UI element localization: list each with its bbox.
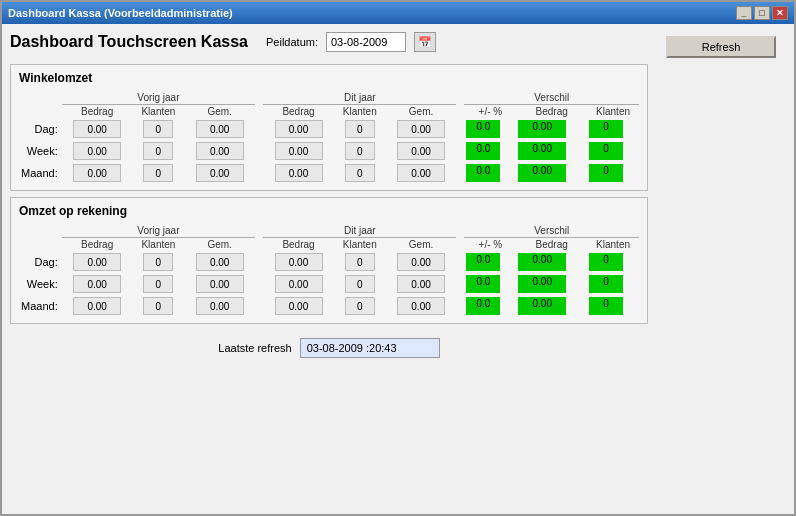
col-dit-gem: Gem.	[386, 105, 457, 119]
week-label: Week:	[19, 140, 62, 162]
or-week-dit-bedrag[interactable]	[275, 275, 323, 293]
w-maand-vorig-bedrag[interactable]	[73, 164, 121, 182]
or-week-label: Week:	[19, 273, 62, 295]
or-maand-vorig-klanten[interactable]	[143, 297, 173, 315]
w-week-pct: 0.0	[466, 142, 500, 160]
w-dag-vorig-bedrag[interactable]	[73, 120, 121, 138]
col-dit-klanten: Klanten	[334, 105, 386, 119]
omzet-rekening-section: Omzet op rekening Vorig jaar Dit jaar Ve…	[10, 197, 648, 324]
col-pct: +/- %	[464, 105, 516, 119]
w-dag-dit-bedrag[interactable]	[275, 120, 323, 138]
right-panel: Refresh	[656, 32, 786, 506]
w-week-vorig-gem[interactable]	[196, 142, 244, 160]
or-dag-verschil-bedrag: 0.00	[518, 253, 566, 271]
dag-label: Dag:	[19, 118, 62, 140]
or-maand-dit-bedrag[interactable]	[275, 297, 323, 315]
or-dag-vorig-bedrag[interactable]	[73, 253, 121, 271]
w-dag-verschil-bedrag: 0.00	[518, 120, 566, 138]
peildatum-label: Peildatum:	[266, 36, 318, 48]
or-maand-verschil-bedrag: 0.00	[518, 297, 566, 315]
calendar-icon: 📅	[418, 36, 432, 49]
main-panel: Dashboard Touchscreen Kassa Peildatum: 📅…	[10, 32, 648, 506]
winkelomzet-maand-row: Maand: 0.0 0.00 0	[19, 162, 639, 184]
maximize-button[interactable]: □	[754, 6, 770, 20]
or-maand-dit-gem[interactable]	[397, 297, 445, 315]
or-col-dit-klanten: Klanten	[334, 238, 386, 252]
laatste-refresh-label: Laatste refresh	[218, 342, 291, 354]
or-week-dit-gem[interactable]	[397, 275, 445, 293]
or-dag-dit-klanten[interactable]	[345, 253, 375, 271]
or-dag-row: Dag: 0.0 0.00 0	[19, 251, 639, 273]
content-area: Dashboard Touchscreen Kassa Peildatum: 📅…	[2, 24, 794, 514]
or-dag-pct: 0.0	[466, 253, 500, 271]
w-dag-dit-gem[interactable]	[397, 120, 445, 138]
winkelomzet-week-row: Week: 0.0 0.00 0	[19, 140, 639, 162]
w-maand-dit-klanten[interactable]	[345, 164, 375, 182]
or-col-dit-bedrag: Bedrag	[263, 238, 334, 252]
or-week-verschil-klanten: 0	[589, 275, 623, 293]
or-col-verschil-bedrag: Bedrag	[516, 238, 587, 252]
or-maand-verschil-klanten: 0	[589, 297, 623, 315]
window-title: Dashboard Kassa (Voorbeeldadministratie)	[8, 7, 233, 19]
w-maand-dit-gem[interactable]	[397, 164, 445, 182]
or-maand-dit-klanten[interactable]	[345, 297, 375, 315]
main-window: Dashboard Kassa (Voorbeeldadministratie)…	[0, 0, 796, 516]
w-week-verschil-bedrag: 0.00	[518, 142, 566, 160]
w-maand-pct: 0.0	[466, 164, 500, 182]
minimize-button[interactable]: _	[736, 6, 752, 20]
w-week-dit-bedrag[interactable]	[275, 142, 323, 160]
w-maand-vorig-klanten[interactable]	[143, 164, 173, 182]
dit-jaar-header: Dit jaar	[263, 91, 456, 105]
w-maand-dit-bedrag[interactable]	[275, 164, 323, 182]
or-maand-row: Maand: 0.0 0.00 0	[19, 295, 639, 317]
winkelomzet-table: Vorig jaar Dit jaar Verschil Bedrag Klan…	[19, 91, 639, 184]
or-dag-verschil-klanten: 0	[589, 253, 623, 271]
w-dag-vorig-gem[interactable]	[196, 120, 244, 138]
or-maand-pct: 0.0	[466, 297, 500, 315]
page-title: Dashboard Touchscreen Kassa	[10, 33, 248, 51]
w-dag-pct: 0.0	[466, 120, 500, 138]
or-col-dit-gem: Gem.	[386, 238, 457, 252]
or-dag-dit-gem[interactable]	[397, 253, 445, 271]
w-week-vorig-bedrag[interactable]	[73, 142, 121, 160]
or-week-vorig-klanten[interactable]	[143, 275, 173, 293]
winkelomzet-section: Winkelomzet Vorig jaar Dit jaar Verschil	[10, 64, 648, 191]
refresh-button[interactable]: Refresh	[666, 36, 776, 58]
or-dit-jaar-header: Dit jaar	[263, 224, 456, 238]
or-maand-vorig-gem[interactable]	[196, 297, 244, 315]
col-vorig-klanten: Klanten	[133, 105, 185, 119]
or-week-row: Week: 0.0 0.00 0	[19, 273, 639, 295]
peildatum-input[interactable]	[326, 32, 406, 52]
winkelomzet-dag-row: Dag: 0.0 0.00 0	[19, 118, 639, 140]
col-vorig-gem: Gem.	[184, 105, 255, 119]
w-week-vorig-klanten[interactable]	[143, 142, 173, 160]
or-col-vorig-klanten: Klanten	[133, 238, 185, 252]
or-dag-vorig-klanten[interactable]	[143, 253, 173, 271]
or-week-vorig-gem[interactable]	[196, 275, 244, 293]
or-maand-vorig-bedrag[interactable]	[73, 297, 121, 315]
or-dag-label: Dag:	[19, 251, 62, 273]
header-row: Dashboard Touchscreen Kassa Peildatum: 📅	[10, 32, 648, 52]
w-dag-vorig-klanten[interactable]	[143, 120, 173, 138]
w-maand-vorig-gem[interactable]	[196, 164, 244, 182]
title-bar: Dashboard Kassa (Voorbeeldadministratie)…	[2, 2, 794, 24]
close-button[interactable]: ✕	[772, 6, 788, 20]
calendar-button[interactable]: 📅	[414, 32, 436, 52]
or-dag-dit-bedrag[interactable]	[275, 253, 323, 271]
w-week-dit-klanten[interactable]	[345, 142, 375, 160]
omzet-rekening-table: Vorig jaar Dit jaar Verschil Bedrag Klan…	[19, 224, 639, 317]
or-col-pct: +/- %	[464, 238, 516, 252]
w-week-dit-gem[interactable]	[397, 142, 445, 160]
or-dag-vorig-gem[interactable]	[196, 253, 244, 271]
or-vorig-jaar-header: Vorig jaar	[62, 224, 255, 238]
or-week-vorig-bedrag[interactable]	[73, 275, 121, 293]
or-col-verschil-klanten: Klanten	[587, 238, 639, 252]
or-week-verschil-bedrag: 0.00	[518, 275, 566, 293]
or-week-dit-klanten[interactable]	[345, 275, 375, 293]
or-maand-label: Maand:	[19, 295, 62, 317]
w-dag-dit-klanten[interactable]	[345, 120, 375, 138]
winkelomzet-title: Winkelomzet	[19, 71, 639, 85]
omzet-rekening-title: Omzet op rekening	[19, 204, 639, 218]
w-dag-verschil-klanten: 0	[589, 120, 623, 138]
window-controls: _ □ ✕	[736, 6, 788, 20]
